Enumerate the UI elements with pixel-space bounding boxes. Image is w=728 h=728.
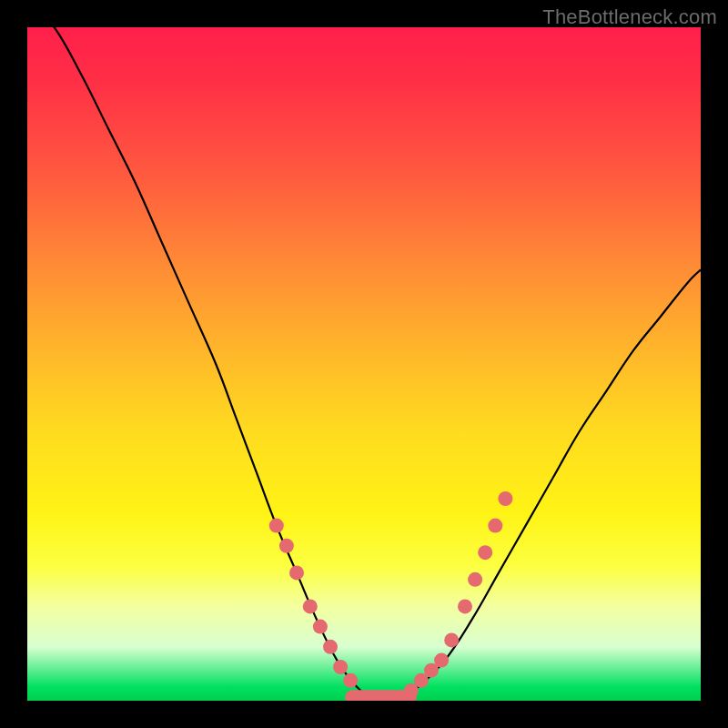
marker-point — [313, 620, 328, 634]
bottleneck-curve — [27, 27, 701, 701]
marker-point — [444, 632, 459, 647]
chart-frame: TheBottleneck.com — [0, 0, 728, 728]
marker-point — [468, 572, 482, 587]
marker-flat — [345, 690, 417, 701]
marker-point — [434, 653, 449, 668]
marker-point — [458, 599, 472, 613]
marker-point — [488, 519, 502, 533]
curve-svg — [27, 27, 701, 701]
marker-point — [333, 660, 348, 674]
marker-point — [289, 565, 304, 580]
marker-point — [279, 539, 294, 553]
plot-area — [27, 27, 701, 701]
marker-point — [323, 640, 338, 654]
marker-point — [343, 673, 358, 688]
watermark-text: TheBottleneck.com — [542, 5, 717, 29]
marker-point — [269, 519, 284, 533]
marker-point — [478, 545, 492, 560]
marker-point — [303, 599, 318, 613]
marker-point — [498, 491, 512, 506]
